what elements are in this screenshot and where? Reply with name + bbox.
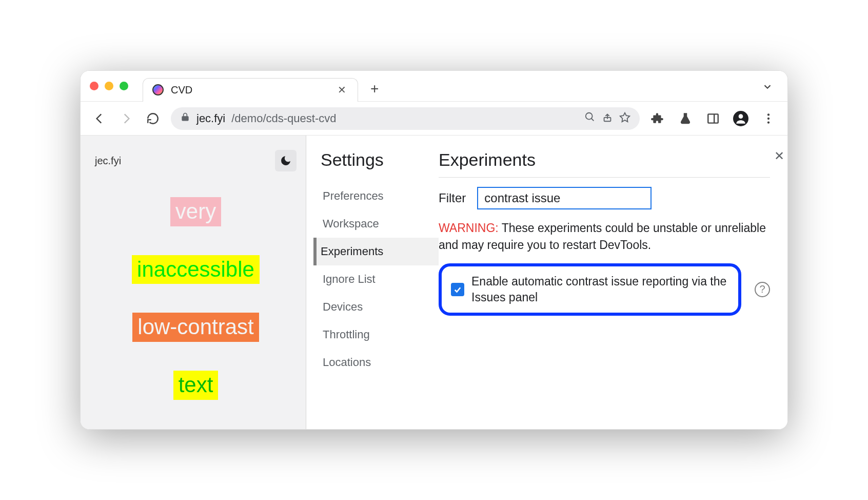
address-bar[interactable]: jec.fyi/demo/cds-quest-cvd: [171, 107, 640, 130]
experiment-label: Enable automatic contrast issue reportin…: [471, 274, 729, 305]
help-icon[interactable]: ?: [755, 282, 770, 297]
zoom-icon[interactable]: [584, 111, 596, 126]
url-host: jec.fyi: [196, 112, 225, 125]
new-tab-button[interactable]: +: [365, 78, 384, 100]
settings-item-locations[interactable]: Locations: [321, 349, 439, 376]
content-row: jec.fyi very inaccessible low-contrast t…: [81, 136, 787, 429]
toolbar-right: [649, 110, 777, 127]
titlebar: CVD ✕ +: [81, 71, 787, 102]
experiments-title: Experiments: [439, 150, 770, 170]
back-button[interactable]: [91, 110, 108, 127]
filter-row: Filter: [439, 187, 770, 209]
settings-item-experiments[interactable]: Experiments: [313, 238, 439, 265]
svg-point-0: [586, 112, 593, 119]
sidepanel-icon[interactable]: [704, 110, 722, 127]
tab-close-button[interactable]: ✕: [334, 83, 349, 97]
sample-word-2: inaccessible: [132, 255, 260, 284]
moon-icon: [280, 155, 292, 167]
warning-text: WARNING: These experiments could be unst…: [439, 220, 770, 254]
svg-point-7: [767, 113, 770, 116]
settings-item-throttling[interactable]: Throttling: [321, 321, 439, 349]
tab-title: CVD: [171, 84, 327, 96]
close-window-button[interactable]: [90, 82, 98, 90]
warning-label: WARNING:: [439, 221, 499, 235]
forward-button[interactable]: [117, 110, 135, 127]
extensions-icon[interactable]: [649, 110, 666, 127]
profile-avatar[interactable]: [732, 110, 749, 127]
settings-list: Preferences Workspace Experiments Ignore…: [321, 182, 439, 376]
highlighted-experiment: Enable automatic contrast issue reportin…: [439, 263, 741, 316]
window-controls: [90, 82, 128, 90]
tab-list-button[interactable]: [757, 78, 778, 99]
divider: [439, 177, 770, 178]
bookmark-star-icon[interactable]: [619, 111, 630, 126]
url-path: /demo/cds-quest-cvd: [231, 112, 336, 125]
favicon-icon: [152, 84, 164, 95]
svg-point-9: [767, 121, 770, 123]
share-icon[interactable]: [602, 111, 613, 126]
settings-item-workspace[interactable]: Workspace: [321, 210, 439, 238]
labs-icon[interactable]: [677, 110, 694, 127]
browser-window: CVD ✕ + jec.fyi/demo/cds-quest-cvd: [80, 70, 788, 430]
close-settings-button[interactable]: ✕: [774, 149, 784, 163]
reload-button[interactable]: [144, 110, 162, 127]
browser-tab[interactable]: CVD ✕: [143, 78, 358, 102]
devtools-settings: Settings Preferences Workspace Experimen…: [306, 136, 787, 429]
sample-word-3: low-contrast: [132, 313, 259, 342]
settings-item-devices[interactable]: Devices: [321, 293, 439, 321]
filter-input[interactable]: [477, 187, 652, 209]
dark-mode-toggle[interactable]: [275, 150, 297, 171]
minimize-window-button[interactable]: [105, 82, 113, 90]
settings-item-preferences[interactable]: Preferences: [321, 182, 439, 210]
settings-item-ignore-list[interactable]: Ignore List: [321, 265, 439, 293]
experiments-panel: ✕ Experiments Filter WARNING: These expe…: [439, 136, 787, 429]
experiment-row: Enable automatic contrast issue reportin…: [439, 263, 770, 316]
svg-point-8: [767, 117, 770, 119]
filter-label: Filter: [439, 191, 466, 205]
toolbar: jec.fyi/demo/cds-quest-cvd: [81, 102, 787, 136]
sample-word-1: very: [170, 197, 221, 226]
svg-marker-3: [620, 112, 629, 121]
page-viewport: jec.fyi very inaccessible low-contrast t…: [81, 136, 306, 429]
svg-point-6: [739, 114, 743, 119]
maximize-window-button[interactable]: [120, 82, 128, 90]
lock-icon: [180, 112, 190, 125]
sample-word-4: text: [173, 371, 219, 400]
svg-rect-4: [708, 114, 718, 123]
check-icon: [453, 285, 462, 294]
svg-line-1: [591, 118, 594, 121]
kebab-menu-icon[interactable]: [760, 110, 777, 127]
settings-title: Settings: [321, 150, 439, 170]
site-title: jec.fyi: [95, 155, 121, 167]
experiment-checkbox[interactable]: [451, 283, 464, 296]
settings-sidebar: Settings Preferences Workspace Experimen…: [306, 136, 439, 429]
